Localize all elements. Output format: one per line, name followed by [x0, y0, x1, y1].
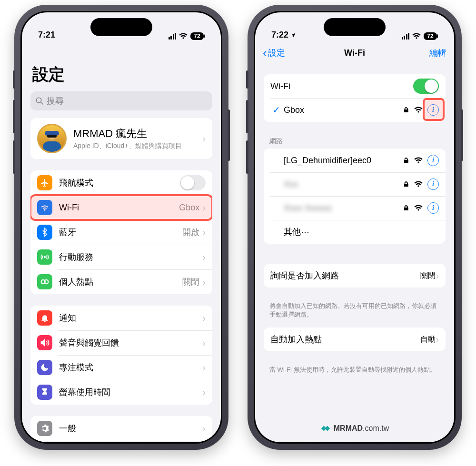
wifi-icon	[412, 33, 421, 40]
info-icon[interactable]: i	[427, 202, 439, 214]
battery-icon: 72	[190, 32, 204, 40]
info-icon[interactable]: i	[427, 178, 439, 190]
info-icon[interactable]: i	[427, 155, 439, 166]
search-input[interactable]: 搜尋	[30, 91, 212, 110]
network-row[interactable]: Xxxx Xxxxxx 🔒︎ i	[264, 196, 446, 220]
network-row[interactable]: Xxx 🔒︎ i	[264, 172, 446, 196]
nav-title: Wi-Fi	[255, 48, 454, 58]
row-cellular[interactable]: 行動服務 ›	[30, 245, 212, 269]
hotspot-icon	[37, 274, 52, 289]
section-header-networks: 網路	[255, 133, 454, 149]
phone-left: 7:21 72 設定 搜尋 MRMAD 瘋先生 Apple ID、iCloud+…	[14, 5, 228, 450]
wifi-strength-icon	[414, 181, 423, 188]
status-time: 7:22	[271, 30, 288, 40]
wifi-strength-icon	[414, 107, 423, 113]
ask-to-join-row[interactable]: 詢問是否加入網路 關閉 ›	[264, 264, 446, 288]
info-icon[interactable]: i	[427, 104, 439, 116]
wifi-toggle-row[interactable]: Wi-Fi	[264, 74, 446, 98]
gear-icon	[37, 421, 52, 436]
chevron-right-icon: ›	[202, 423, 206, 434]
chevron-right-icon: ›	[202, 313, 206, 324]
network-row[interactable]: [LG_Dehumidifier]eec0 🔒︎ i	[264, 149, 446, 172]
chevron-right-icon: ›	[202, 202, 206, 213]
other-network-row[interactable]: 其他⋯	[264, 220, 446, 244]
wifi-strength-icon	[414, 205, 423, 211]
chevron-right-icon: ›	[202, 227, 206, 238]
dynamic-island	[324, 18, 386, 36]
chevron-right-icon: ›	[202, 362, 206, 373]
chevron-right-icon: ›	[202, 277, 206, 288]
lock-icon: 🔒︎	[403, 157, 409, 164]
row-airplane[interactable]: 飛航模式	[30, 170, 212, 195]
chevron-right-icon: ›	[202, 337, 206, 348]
row-bluetooth[interactable]: 藍牙 開啟 ›	[30, 220, 212, 245]
row-notifications[interactable]: 通知 ›	[30, 306, 212, 330]
auto-hotspot-row[interactable]: 自動加入熱點 自動 ›	[264, 327, 446, 351]
hourglass-icon	[37, 385, 52, 400]
chevron-right-icon: ›	[202, 133, 206, 144]
auto-hotspot-footer: 當 Wi-Fi 無法使用時，允許此裝置自動尋找附近的個人熱點。	[255, 363, 454, 376]
cellular-icon	[37, 249, 52, 265]
connected-network-row[interactable]: ✓ Gbox 🔒︎ i	[264, 98, 446, 122]
avatar	[37, 124, 67, 153]
svg-line-1	[40, 102, 43, 104]
profile-name: MRMAD 瘋先生	[73, 127, 202, 141]
search-placeholder: 搜尋	[47, 95, 64, 107]
svg-rect-6	[47, 135, 57, 138]
profile-sub: Apple ID、iCloud+、媒體與購買項目	[73, 142, 202, 150]
row-sounds[interactable]: 聲音與觸覺回饋 ›	[30, 330, 212, 355]
wifi-settings-icon	[37, 200, 52, 215]
svg-point-7	[44, 257, 46, 258]
lock-icon: 🔒︎	[403, 204, 409, 212]
page-title: 設定	[22, 42, 221, 89]
phone-right: 7:22 72 ‹ 設定 Wi-Fi 編輯 Wi-Fi ✓ Gbox	[248, 5, 462, 450]
dynamic-island	[90, 18, 152, 36]
chevron-right-icon: ›	[202, 387, 206, 398]
watermark-icon	[320, 423, 331, 434]
checkmark-icon: ✓	[270, 104, 282, 116]
bell-icon	[37, 310, 52, 326]
cellular-signal-icon	[169, 33, 177, 40]
ask-join-footer: 將會自動加入已知的網路。若沒有可用的已知網路，你就必須手動選擇網路。	[255, 299, 454, 321]
wifi-icon	[179, 33, 188, 40]
battery-icon: 72	[424, 32, 437, 40]
row-hotspot[interactable]: 個人熱點 關閉 ›	[30, 269, 212, 294]
location-icon	[290, 32, 296, 38]
watermark: MRMAD.com.tw	[255, 423, 454, 434]
svg-rect-3	[43, 141, 61, 152]
status-time: 7:21	[38, 30, 55, 40]
lock-icon: 🔒︎	[403, 106, 409, 114]
row-screentime[interactable]: 螢幕使用時間 ›	[30, 380, 212, 405]
cellular-signal-icon	[402, 33, 410, 40]
row-wifi[interactable]: Wi-Fi Gbox ›	[30, 195, 212, 220]
wifi-strength-icon	[414, 157, 423, 164]
chevron-right-icon: ›	[202, 252, 206, 263]
bluetooth-icon	[37, 225, 52, 240]
speaker-icon	[37, 335, 52, 350]
row-focus[interactable]: 專注模式 ›	[30, 355, 212, 380]
apple-id-row[interactable]: MRMAD 瘋先生 Apple ID、iCloud+、媒體與購買項目 ›	[30, 118, 212, 159]
airplane-icon	[37, 175, 52, 190]
row-general[interactable]: 一般 ›	[30, 416, 212, 441]
lock-icon: 🔒︎	[403, 180, 409, 188]
wifi-toggle[interactable]	[413, 79, 439, 94]
airplane-toggle[interactable]	[180, 175, 206, 190]
moon-icon	[37, 360, 52, 375]
chevron-right-icon: ›	[436, 334, 439, 345]
chevron-right-icon: ›	[436, 270, 439, 281]
search-icon	[35, 97, 44, 105]
